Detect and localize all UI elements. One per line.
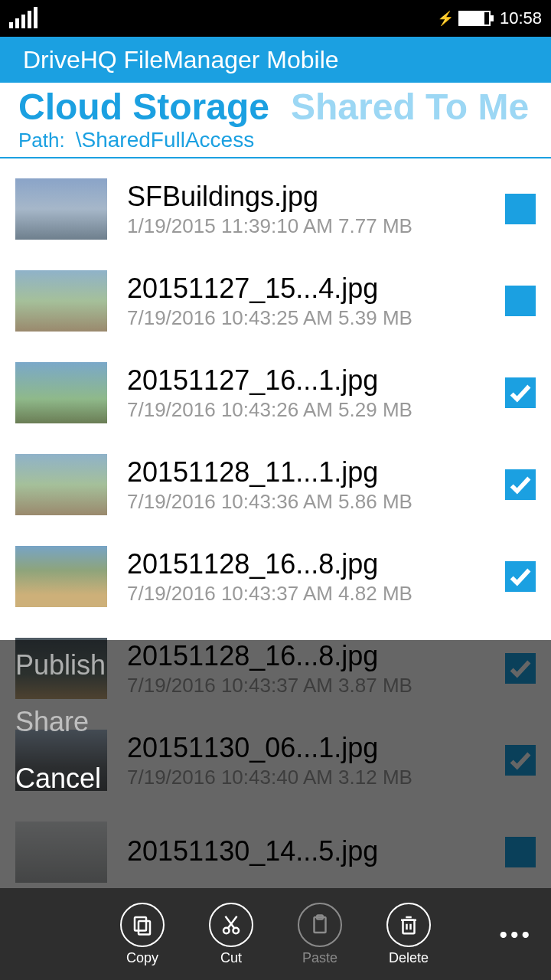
appbar-delete[interactable]: Delete	[386, 903, 431, 966]
thumbnail-icon	[15, 178, 107, 240]
status-bar: ⚡ 10:58	[0, 0, 551, 37]
cut-icon	[209, 903, 253, 947]
app-header: DriveHQ FileManager Mobile	[0, 37, 551, 83]
context-cancel[interactable]: Cancel	[15, 763, 106, 795]
file-name: SFBuildings.jpg	[127, 181, 499, 213]
battery-icon	[458, 11, 491, 26]
file-name: 20151127_15...4.jpg	[127, 273, 499, 305]
app-title: DriveHQ FileManager Mobile	[23, 46, 339, 74]
appbar-paste: Paste	[298, 903, 342, 966]
delete-icon	[386, 903, 431, 947]
thumbnail-icon	[15, 546, 107, 607]
power-icon: ⚡	[437, 10, 454, 27]
file-name: 20151128_16...8.jpg	[127, 548, 499, 580]
svg-rect-1	[139, 921, 150, 935]
checkbox[interactable]	[505, 377, 536, 408]
file-meta: 1/19/2015 11:39:10 AM 7.77 MB	[127, 214, 499, 238]
list-item[interactable]: SFBuildings.jpg 1/19/2015 11:39:10 AM 7.…	[0, 163, 551, 255]
svg-point-2	[223, 927, 230, 933]
thumbnail-icon	[15, 362, 107, 423]
file-name: 20151128_11...1.jpg	[127, 456, 499, 488]
context-menu: Publish Share Cancel	[15, 649, 106, 795]
signal-icon	[9, 8, 37, 28]
file-name: 20151127_16...1.jpg	[127, 364, 499, 397]
appbar-cut[interactable]: Cut	[209, 903, 253, 966]
appbar-delete-label: Delete	[389, 950, 429, 966]
path-row: Path: \SharedFullAccess	[0, 128, 551, 158]
paste-icon	[298, 903, 342, 947]
path-label: Path:	[18, 129, 65, 152]
list-item[interactable]: 20151128_16...8.jpg 7/19/2016 10:43:37 A…	[0, 531, 551, 622]
list-item[interactable]: 20151127_15...4.jpg 7/19/2016 10:43:25 A…	[0, 255, 551, 347]
appbar-copy[interactable]: Copy	[120, 903, 165, 966]
svg-rect-8	[403, 920, 415, 933]
context-publish[interactable]: Publish	[15, 649, 106, 681]
checkbox[interactable]	[505, 561, 536, 592]
tab-shared-to-me[interactable]: Shared To Me	[291, 86, 529, 128]
appbar-more-icon[interactable]: •••	[499, 922, 533, 948]
tab-cloud-storage[interactable]: Cloud Storage	[18, 86, 269, 128]
tabs-row: Cloud Storage Shared To Me	[0, 86, 551, 128]
file-meta: 7/19/2016 10:43:37 AM 4.82 MB	[127, 582, 499, 606]
svg-rect-0	[135, 917, 146, 931]
path-value[interactable]: \SharedFullAccess	[76, 128, 254, 152]
svg-point-3	[233, 927, 240, 933]
thumbnail-icon	[15, 270, 107, 332]
appbar-copy-label: Copy	[126, 950, 158, 966]
status-time: 10:58	[500, 8, 542, 28]
checkbox[interactable]	[505, 469, 536, 500]
list-item[interactable]: 20151127_16...1.jpg 7/19/2016 10:43:26 A…	[0, 347, 551, 439]
list-item[interactable]: 20151128_11...1.jpg 7/19/2016 10:43:36 A…	[0, 439, 551, 531]
file-meta: 7/19/2016 10:43:26 AM 5.29 MB	[127, 398, 499, 422]
checkbox[interactable]	[505, 194, 536, 224]
copy-icon	[120, 903, 165, 947]
appbar-paste-label: Paste	[302, 950, 337, 966]
appbar-cut-label: Cut	[220, 950, 242, 966]
thumbnail-icon	[15, 454, 107, 515]
file-meta: 7/19/2016 10:43:36 AM 5.86 MB	[127, 490, 499, 514]
app-bar: Copy Cut Paste Delete •••	[0, 888, 551, 980]
context-share[interactable]: Share	[15, 706, 106, 738]
checkbox[interactable]	[505, 286, 536, 316]
file-meta: 7/19/2016 10:43:25 AM 5.39 MB	[127, 306, 499, 330]
